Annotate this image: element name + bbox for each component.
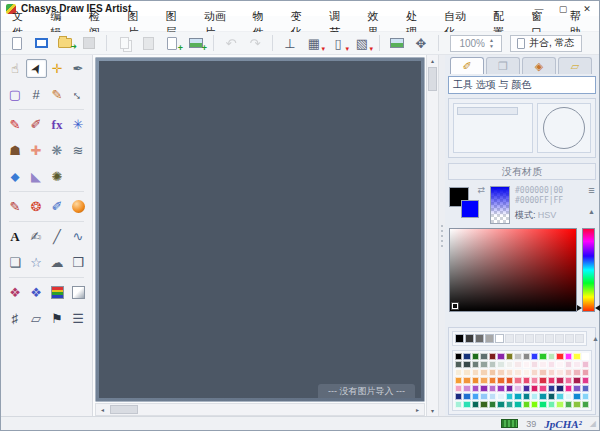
pixel-brush-tool[interactable]: ✳ bbox=[68, 115, 89, 134]
palette-swatch-r6c2[interactable] bbox=[463, 393, 470, 400]
palette-swatch-r6c15[interactable] bbox=[573, 393, 580, 400]
palette-swatch-r2c10[interactable] bbox=[531, 361, 538, 368]
palette-swatch-r2c7[interactable] bbox=[506, 361, 513, 368]
palette-swatch-r2c11[interactable] bbox=[539, 361, 546, 368]
crop-tool[interactable]: # bbox=[26, 85, 47, 104]
palette-swatch-r2c16[interactable] bbox=[582, 361, 589, 368]
retouch-pencil-tool[interactable]: ✎ bbox=[5, 197, 26, 216]
tools-tab[interactable]: ✐ bbox=[450, 57, 484, 74]
import-frame-button[interactable]: + bbox=[184, 33, 208, 53]
palette-swatch-r6c3[interactable] bbox=[472, 393, 479, 400]
scroll-right-button[interactable]: ▸ bbox=[411, 404, 424, 415]
palette-swatch-r5c15[interactable] bbox=[573, 385, 580, 392]
palette-swatch-r5c7[interactable] bbox=[506, 385, 513, 392]
palette-swatch-r5c5[interactable] bbox=[489, 385, 496, 392]
palette-swatch-r1c12[interactable] bbox=[548, 353, 555, 360]
clone-stamp-tool[interactable]: ☗ bbox=[5, 141, 26, 160]
palette-swatch-r1c8[interactable] bbox=[514, 353, 521, 360]
palette-swatch-r5c11[interactable] bbox=[539, 385, 546, 392]
palette-swatch-r6c1[interactable] bbox=[455, 393, 462, 400]
palette-swatch-r4c4[interactable] bbox=[480, 377, 487, 384]
sphere-render-tool[interactable] bbox=[68, 197, 89, 216]
palette-swatch-r5c6[interactable] bbox=[497, 385, 504, 392]
palette-swatch-r6c5[interactable] bbox=[489, 393, 496, 400]
palette-swatch-r4c12[interactable] bbox=[548, 377, 555, 384]
palette-swatch-r2c6[interactable] bbox=[497, 361, 504, 368]
palette-swatch-r2c4[interactable] bbox=[480, 361, 487, 368]
new-file-button[interactable] bbox=[5, 33, 29, 53]
palette-swatch-r5c2[interactable] bbox=[463, 385, 470, 392]
new-window-button[interactable] bbox=[29, 33, 53, 53]
scroll-down-button[interactable]: ▾ bbox=[426, 405, 439, 416]
freehand-pen-tool[interactable]: ✍ bbox=[26, 227, 47, 246]
palette-swatch-r1c6[interactable] bbox=[497, 353, 504, 360]
cube-3d-tool[interactable]: ❒ bbox=[68, 253, 89, 272]
palette-swatch-r3c7[interactable] bbox=[506, 369, 513, 376]
vertical-scroll-thumb[interactable] bbox=[428, 67, 437, 91]
palette-swatch-r6c14[interactable] bbox=[565, 393, 572, 400]
pattern-fill-tool[interactable]: ❖ bbox=[26, 283, 47, 302]
palette-swatch-r4c5[interactable] bbox=[489, 377, 496, 384]
polygon-tool[interactable]: ☆ bbox=[26, 253, 47, 272]
fill-tool[interactable]: ❖ bbox=[5, 283, 26, 302]
quick-brush-tool[interactable]: ✎ bbox=[47, 85, 68, 104]
shapes-tool[interactable]: ❏ bbox=[5, 253, 26, 272]
palette-swatch-r1c13[interactable] bbox=[556, 353, 563, 360]
palette-swatch-r1c15[interactable] bbox=[573, 353, 580, 360]
palette-swatch-r5c14[interactable] bbox=[565, 385, 572, 392]
palette-swatch-r7c4[interactable] bbox=[480, 401, 487, 408]
palette-swatch-r5c1[interactable] bbox=[455, 385, 462, 392]
vertical-scrollbar[interactable]: ▴ ▾ bbox=[426, 55, 439, 416]
palette-swatch-r4c10[interactable] bbox=[531, 377, 538, 384]
palette-swatch-r7c6[interactable] bbox=[497, 401, 504, 408]
resize-grip[interactable]: ◢ bbox=[590, 419, 596, 428]
palette-swatch-r7c12[interactable] bbox=[548, 401, 555, 408]
palette-swatch-r4c6[interactable] bbox=[497, 377, 504, 384]
palette-swatch-r5c3[interactable] bbox=[472, 385, 479, 392]
palette-swatch-r2c1[interactable] bbox=[455, 361, 462, 368]
palette-swatch-r3c15[interactable] bbox=[573, 369, 580, 376]
palette-swatch-r1c3[interactable] bbox=[472, 353, 479, 360]
hue-bar[interactable] bbox=[582, 228, 595, 312]
paint-dab-tool[interactable]: ❂ bbox=[26, 197, 47, 216]
palette-swatch-r4c3[interactable] bbox=[472, 377, 479, 384]
canvas-size-button[interactable]: ▯▾ bbox=[326, 33, 350, 53]
pan-tool[interactable]: ☝ bbox=[5, 59, 26, 78]
palette-swatch-r4c2[interactable] bbox=[463, 377, 470, 384]
palette-swatch-r7c3[interactable] bbox=[472, 401, 479, 408]
palette-swatch-r2c13[interactable] bbox=[556, 361, 563, 368]
quick-swatch-10[interactable] bbox=[545, 334, 554, 343]
zoom-down-icon[interactable]: ▼ bbox=[487, 43, 496, 49]
palette-swatch-r7c9[interactable] bbox=[523, 401, 530, 408]
palette-swatch-r7c16[interactable] bbox=[582, 401, 589, 408]
mode-value[interactable]: HSV bbox=[538, 210, 557, 220]
palette-swatch-r3c1[interactable] bbox=[455, 369, 462, 376]
rect-select-tool[interactable]: ▢ bbox=[5, 85, 26, 104]
quick-swatch-12[interactable] bbox=[565, 334, 574, 343]
palette-swatch-r7c5[interactable] bbox=[489, 401, 496, 408]
palette-swatch-r5c12[interactable] bbox=[548, 385, 555, 392]
palette-swatch-r6c6[interactable] bbox=[497, 393, 504, 400]
collapse-icon[interactable]: ▲ bbox=[588, 208, 595, 215]
palette-swatch-r4c16[interactable] bbox=[582, 377, 589, 384]
layer-mode-button[interactable]: 并合, 常态 bbox=[510, 35, 582, 52]
layers-tab[interactable]: ❐ bbox=[486, 57, 520, 74]
alpha-gradient-tool[interactable] bbox=[68, 283, 89, 302]
palette-swatch-r3c8[interactable] bbox=[514, 369, 521, 376]
palette-swatch-r6c9[interactable] bbox=[523, 393, 530, 400]
quick-swatch-6[interactable] bbox=[505, 334, 514, 343]
palette-swatch-r6c10[interactable] bbox=[531, 393, 538, 400]
palette-swatch-r6c13[interactable] bbox=[556, 393, 563, 400]
image-size-button[interactable]: ▦▾ bbox=[302, 33, 326, 53]
ripple-tool[interactable]: ≋ bbox=[68, 141, 89, 160]
palette-swatch-r4c15[interactable] bbox=[573, 377, 580, 384]
crop-button[interactable]: ⊥ bbox=[278, 33, 302, 53]
palette-swatch-r4c7[interactable] bbox=[506, 377, 513, 384]
palette-swatch-r3c6[interactable] bbox=[497, 369, 504, 376]
palette-swatch-r3c5[interactable] bbox=[489, 369, 496, 376]
palette-swatch-r2c8[interactable] bbox=[514, 361, 521, 368]
blob-tool[interactable]: ☁ bbox=[47, 253, 68, 272]
palette-swatch-r5c4[interactable] bbox=[480, 385, 487, 392]
quick-swatch-11[interactable] bbox=[555, 334, 564, 343]
palette-swatch-r1c5[interactable] bbox=[489, 353, 496, 360]
